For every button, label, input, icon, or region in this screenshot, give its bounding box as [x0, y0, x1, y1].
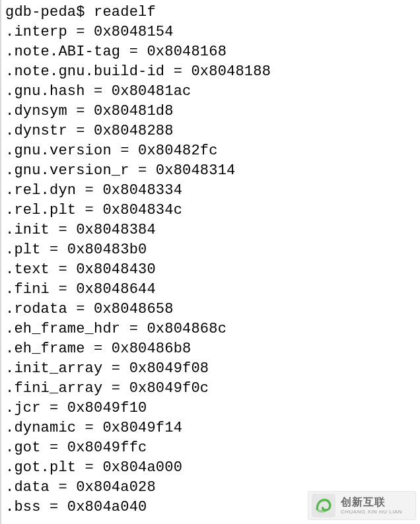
- elf-section-line: .interp = 0x8048154: [5, 22, 420, 42]
- elf-section-line: .gnu.hash = 0x80481ac: [5, 82, 420, 102]
- elf-section-line: .rel.plt = 0x804834c: [5, 201, 420, 220]
- command-line: gdb-peda$ readelf: [5, 3, 420, 22]
- watermark-zh: 创新互联: [341, 497, 402, 508]
- watermark-badge: 创新互联 CHUANG XIN HU LIAN: [308, 491, 416, 520]
- elf-section-line: .note.ABI-tag = 0x8048168: [5, 42, 420, 62]
- elf-section-line: .got.plt = 0x804a000: [5, 458, 420, 478]
- elf-section-line: .jcr = 0x8049f10: [5, 399, 420, 418]
- watermark-text: 创新互联 CHUANG XIN HU LIAN: [341, 497, 402, 515]
- elf-section-line: .dynsym = 0x80481d8: [5, 102, 420, 121]
- elf-section-line: .dynamic = 0x8049f14: [5, 418, 420, 438]
- elf-section-line: .got = 0x8049ffc: [5, 438, 420, 458]
- elf-section-line: .init_array = 0x8049f08: [5, 359, 420, 379]
- elf-section-line: .note.gnu.build-id = 0x8048188: [5, 62, 420, 82]
- elf-section-line: .rel.dyn = 0x8048334: [5, 181, 420, 201]
- elf-section-line: .dynstr = 0x8048288: [5, 121, 420, 141]
- elf-section-line: .init = 0x8048384: [5, 220, 420, 240]
- elf-section-line: .gnu.version = 0x80482fc: [5, 141, 420, 161]
- window-left-border: [0, 0, 1, 524]
- elf-section-line: .rodata = 0x8048658: [5, 300, 420, 319]
- elf-section-line: .plt = 0x80483b0: [5, 240, 420, 260]
- watermark-logo-icon: [312, 494, 335, 517]
- elf-section-line: .fini = 0x8048644: [5, 280, 420, 300]
- terminal-output: gdb-peda$ readelf .interp = 0x8048154.no…: [0, 0, 420, 517]
- elf-section-line: .gnu.version_r = 0x8048314: [5, 161, 420, 181]
- elf-section-line: .eh_frame_hdr = 0x804868c: [5, 319, 420, 339]
- elf-section-line: .text = 0x8048430: [5, 260, 420, 280]
- watermark-pinyin: CHUANG XIN HU LIAN: [341, 509, 402, 515]
- shell-prompt: gdb-peda$: [5, 4, 94, 20]
- elf-section-line: .eh_frame = 0x80486b8: [5, 339, 420, 359]
- entered-command: readelf: [94, 4, 156, 20]
- elf-section-line: .fini_array = 0x8049f0c: [5, 379, 420, 399]
